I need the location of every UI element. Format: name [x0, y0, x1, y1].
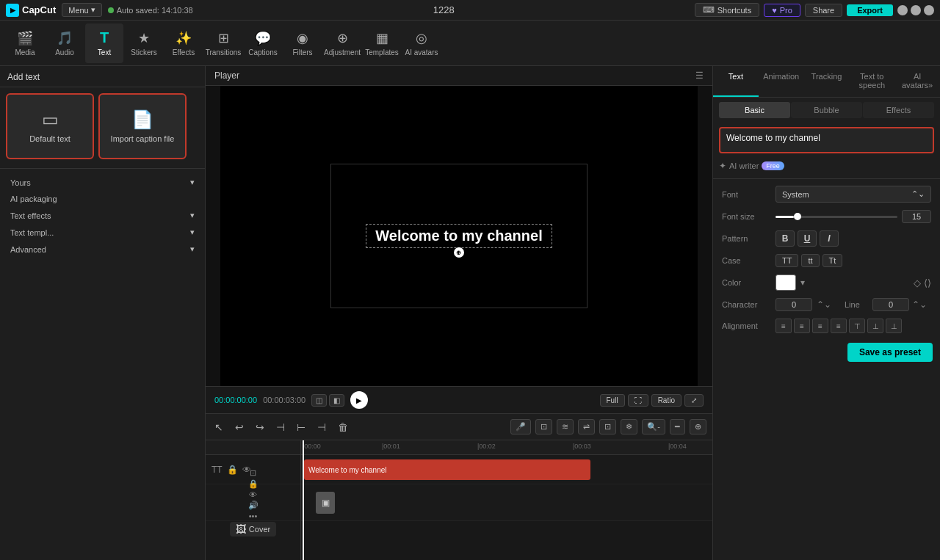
- tool-effects[interactable]: ✨ Effects: [164, 23, 203, 63]
- full-view-button[interactable]: Full: [600, 394, 625, 407]
- video-text-overlay[interactable]: Welcome to my channel ⊕: [366, 224, 552, 248]
- tl-snap-button[interactable]: ⊡: [535, 419, 552, 434]
- pro-button[interactable]: ♥ Pro: [764, 4, 800, 17]
- play-button[interactable]: ▶: [350, 391, 368, 409]
- tab-text-to-speech[interactable]: Text to speech: [849, 66, 894, 97]
- tool-ai-avatars[interactable]: ◎ AI avatars: [402, 23, 441, 63]
- ratio-button[interactable]: Ratio: [651, 394, 682, 407]
- align-right-button[interactable]: ≡: [812, 319, 828, 333]
- align-justify-button[interactable]: ≡: [831, 319, 847, 333]
- text-clip[interactable]: Welcome to my channel: [304, 459, 590, 480]
- import-caption-item[interactable]: 📄 Import caption file: [98, 93, 187, 159]
- tl-trim-end-button[interactable]: ⊣: [314, 420, 329, 434]
- expand-button[interactable]: ⤢: [684, 394, 704, 407]
- tl-crop-button[interactable]: ⊡: [599, 419, 616, 434]
- share-button[interactable]: Share: [805, 4, 842, 17]
- tab-tracking[interactable]: Tracking: [804, 66, 850, 97]
- case-titlecase-button[interactable]: Tt: [822, 254, 843, 267]
- tool-audio[interactable]: 🎵 Audio: [46, 23, 84, 63]
- eyedropper-icon[interactable]: ◇: [914, 277, 921, 288]
- subtab-bubble[interactable]: Bubble: [791, 102, 862, 118]
- fullscreen-button[interactable]: ⛶: [628, 394, 648, 407]
- video-text-handle[interactable]: ⊕: [454, 247, 464, 258]
- nav-advanced[interactable]: Advanced ▾: [4, 241, 200, 257]
- nav-text-effects[interactable]: Text effects ▾: [4, 208, 200, 223]
- tl-ripple-button[interactable]: ≋: [557, 419, 574, 434]
- tl-trim-start-button[interactable]: ⊢: [294, 420, 308, 434]
- shortcuts-button[interactable]: ⌨ Shortcuts: [695, 3, 759, 17]
- tab-ai-avatars[interactable]: AI avatars»: [894, 66, 940, 97]
- align-left-button[interactable]: ≡: [776, 319, 792, 333]
- character-input[interactable]: [776, 298, 812, 311]
- text-content-input[interactable]: Welcome to my channel: [719, 127, 934, 153]
- case-lowercase-button[interactable]: tt: [801, 254, 819, 267]
- tl-freeze-button[interactable]: ❄: [621, 419, 637, 434]
- tool-stickers[interactable]: ★ Stickers: [125, 23, 163, 63]
- line-stepper-icon[interactable]: ⌃⌄: [912, 299, 927, 310]
- cover-icon: 🖼: [236, 523, 246, 535]
- color-swatch[interactable]: [776, 274, 796, 291]
- tl-zoom-out-button[interactable]: 🔍-: [642, 419, 665, 434]
- subtab-effects[interactable]: Effects: [863, 102, 934, 118]
- tl-undo-button[interactable]: ↩: [232, 420, 247, 434]
- tool-captions[interactable]: 💬 Captions: [244, 23, 282, 63]
- align-bottom-button[interactable]: ⊥: [886, 319, 902, 333]
- cover-track-lock-icon[interactable]: 🔒: [248, 479, 258, 489]
- text-track-lock-icon[interactable]: 🔒: [227, 465, 238, 475]
- cover-clip-icon: ▣: [322, 498, 330, 508]
- italic-button[interactable]: I: [820, 230, 839, 247]
- cover-track-audio-icon[interactable]: 🔊: [248, 501, 258, 510]
- bold-button[interactable]: B: [776, 230, 795, 247]
- cover-track-eye-icon[interactable]: 👁: [249, 490, 257, 499]
- character-stepper-icon[interactable]: ⌃⌄: [817, 299, 831, 310]
- tool-filters[interactable]: ◉ Filters: [283, 23, 322, 63]
- underline-button[interactable]: U: [798, 230, 817, 247]
- frame-prev-button[interactable]: ◫: [311, 394, 327, 407]
- align-center-button[interactable]: ≡: [794, 319, 810, 333]
- tl-mic-button[interactable]: 🎤: [510, 419, 531, 434]
- font-size-slider[interactable]: [776, 216, 897, 218]
- line-input[interactable]: [872, 298, 909, 311]
- tl-redo-button[interactable]: ↪: [253, 420, 267, 434]
- nav-yours[interactable]: Yours ▾: [4, 175, 200, 190]
- font-size-slider-thumb[interactable]: [794, 213, 801, 220]
- tool-media[interactable]: 🎬 Media: [6, 23, 44, 63]
- cover-button[interactable]: 🖼 Cover: [230, 522, 276, 537]
- tl-speed-button[interactable]: ⇌: [578, 419, 595, 434]
- close-button[interactable]: [924, 5, 934, 15]
- color-picker-icon[interactable]: ⟨⟩: [924, 277, 931, 288]
- tl-split-button[interactable]: ⊣: [273, 420, 288, 434]
- cover-clip[interactable]: ▣: [316, 492, 335, 514]
- maximize-button[interactable]: [911, 5, 921, 15]
- player-menu-icon[interactable]: ☰: [695, 70, 704, 81]
- align-top-button[interactable]: ⊤: [849, 319, 865, 333]
- tool-templates[interactable]: ▦ Templates: [363, 23, 401, 63]
- tab-animation[interactable]: Animation: [759, 66, 804, 97]
- align-middle-button[interactable]: ⊥: [867, 319, 883, 333]
- frame-next-button[interactable]: ◧: [329, 394, 344, 407]
- font-size-input[interactable]: [902, 210, 931, 223]
- tool-transitions[interactable]: ⊞ Transitions: [204, 23, 242, 63]
- menu-button[interactable]: Menu ▾: [62, 3, 102, 17]
- tab-text[interactable]: Text: [713, 66, 759, 97]
- export-button[interactable]: Export: [847, 4, 893, 16]
- font-select[interactable]: System ⌃⌄: [776, 186, 931, 203]
- text-grid: ▭ Default text 📄 Import caption file: [0, 87, 205, 165]
- nav-ai-packaging[interactable]: AI packaging: [4, 192, 200, 206]
- case-uppercase-button[interactable]: TT: [776, 254, 798, 267]
- tl-zoom-slider[interactable]: ━: [670, 419, 685, 434]
- color-dropdown-icon[interactable]: ▾: [800, 277, 805, 288]
- tl-zoom-in-button[interactable]: ⊕: [690, 419, 706, 434]
- cover-track-more-icon[interactable]: •••: [249, 512, 258, 520]
- save-preset-button[interactable]: Save as preset: [847, 343, 933, 362]
- tl-select-tool[interactable]: ↖: [212, 420, 226, 434]
- minimize-button[interactable]: [897, 5, 908, 15]
- text-templates-label: Text templ...: [10, 228, 54, 237]
- player-controls: 00:00:00:00 00:00:03:00 ◫ ◧ ▶ Full ⛶ Rat…: [206, 386, 712, 413]
- tool-adjustment[interactable]: ⊕ Adjustment: [323, 23, 361, 63]
- nav-text-templates[interactable]: Text templ... ▾: [4, 225, 200, 240]
- tl-delete-button[interactable]: 🗑: [335, 420, 351, 434]
- subtab-basic[interactable]: Basic: [719, 102, 790, 118]
- tool-text[interactable]: T Text: [85, 23, 123, 63]
- default-text-item[interactable]: ▭ Default text: [6, 93, 94, 159]
